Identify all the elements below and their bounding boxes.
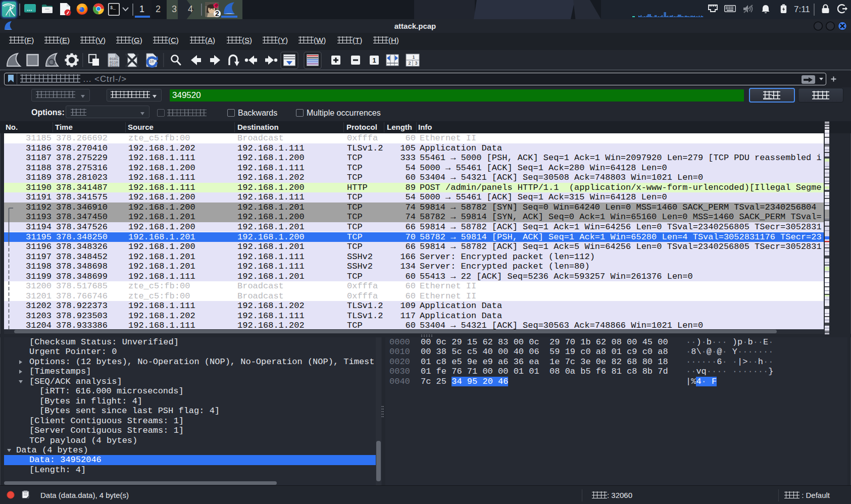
svg-text:0111: 0111 bbox=[110, 64, 118, 68]
svg-text:1: 1 bbox=[412, 55, 415, 60]
svg-text:2: 2 bbox=[215, 10, 219, 17]
svg-text:$_: $_ bbox=[110, 6, 116, 11]
svg-text:3: 3 bbox=[415, 61, 417, 66]
svg-text:1: 1 bbox=[372, 57, 376, 64]
svg-text:2: 2 bbox=[408, 61, 411, 66]
